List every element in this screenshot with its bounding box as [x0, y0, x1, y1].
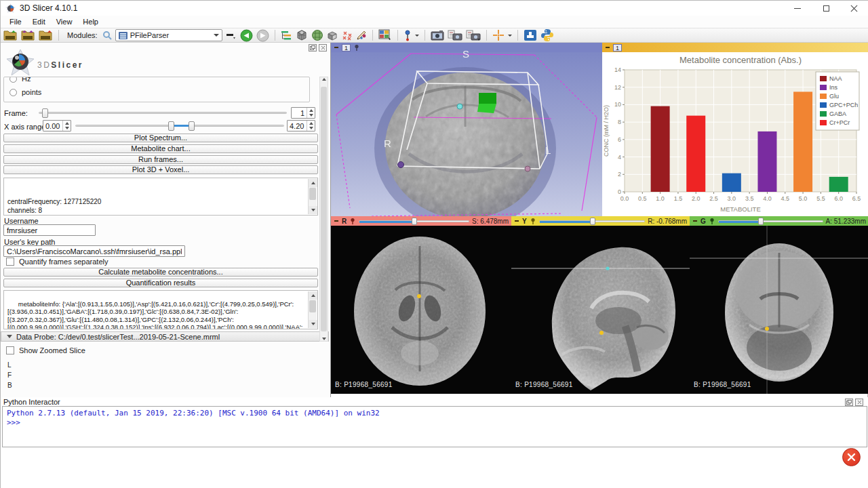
spin-down-icon[interactable]	[309, 114, 313, 117]
scroll-up-icon[interactable]	[311, 182, 315, 184]
scroll-down-icon[interactable]	[311, 323, 315, 325]
data-probe-header[interactable]: Data Probe: C:/dev/0.test/slicerTest...2…	[1, 331, 329, 342]
metabolite-chart-button[interactable]: Metabolite chart...	[3, 144, 318, 153]
xaxis-max-spinbox[interactable]: 4.20	[287, 120, 315, 131]
frame-spinbox[interactable]: 1	[291, 107, 315, 119]
slice-view-green[interactable]: G A: 51.233mm B:	[690, 216, 868, 394]
panel-close-icon[interactable]	[319, 44, 327, 52]
module-panel-scrollbar[interactable]	[319, 77, 328, 342]
close-button[interactable]	[840, 1, 868, 16]
collapse-controller-icon[interactable]	[334, 45, 339, 50]
menu-help[interactable]: Help	[78, 16, 103, 27]
spin-down-icon[interactable]	[65, 127, 69, 129]
python-console-button[interactable]	[540, 28, 554, 42]
plot-3d-voxel-button[interactable]: Plot 3D + Voxel...	[3, 165, 318, 174]
xaxis-min-spinbox[interactable]: 0.00	[43, 120, 71, 131]
green-slice-slider-handle[interactable]	[758, 218, 764, 225]
red-slice-slider[interactable]	[359, 220, 469, 222]
textarea-scrollbar[interactable]	[308, 179, 317, 214]
spin-up-icon[interactable]	[309, 109, 313, 112]
pushpin-icon[interactable]	[530, 218, 536, 224]
models-module-button[interactable]	[311, 28, 323, 42]
run-frames-button[interactable]: Run frames...	[3, 155, 318, 164]
scroll-down-icon[interactable]	[311, 209, 315, 211]
scene-view-restore-button[interactable]	[466, 28, 481, 42]
scroll-down-icon[interactable]	[322, 338, 326, 340]
threed-view[interactable]: 1	[331, 43, 602, 216]
spin-up-icon[interactable]	[65, 122, 69, 125]
scroll-thumb[interactable]	[309, 300, 316, 312]
panel-float-icon[interactable]	[309, 44, 317, 52]
keypath-input[interactable]	[3, 245, 185, 257]
module-history-button[interactable]	[226, 28, 237, 42]
pushpin-icon[interactable]	[353, 44, 360, 51]
extensions-manager-button[interactable]	[524, 28, 537, 42]
annotations-module-button[interactable]	[356, 28, 367, 42]
yellow-slice-slider[interactable]	[539, 220, 646, 222]
pushpin-icon[interactable]	[709, 218, 715, 224]
panel-close-icon[interactable]	[855, 399, 863, 406]
chart-view[interactable]: 1 0.00.51.01.52.02.53.03.54.04.55.05.56.…	[602, 43, 868, 216]
slice-view-red[interactable]: R S: 6.478mm B: P19968	[331, 216, 511, 394]
markups-module-button[interactable]	[341, 28, 353, 42]
crosshair-caret[interactable]	[508, 35, 512, 37]
scroll-up-icon[interactable]	[322, 78, 326, 81]
metabolite-info-textarea[interactable]: metaboliteInfo: {'Ala':[(0.913,1.55,0.10…	[3, 290, 318, 329]
panel-float-icon[interactable]	[845, 399, 853, 406]
xaxis-range-slider[interactable]	[75, 125, 284, 127]
header-info-textarea[interactable]: centralFrequency: 1277125220 channels: 8…	[3, 178, 318, 216]
quantify-frames-checkbox[interactable]	[6, 258, 14, 266]
close-python-button[interactable]	[842, 448, 861, 466]
module-forward-button[interactable]	[256, 28, 269, 42]
data-module-button[interactable]	[281, 28, 292, 42]
screenshot-button[interactable]	[431, 28, 444, 42]
frame-slider[interactable]	[39, 112, 287, 114]
save-button[interactable]	[39, 28, 53, 42]
scene-view-capture-button[interactable]	[448, 28, 462, 42]
volumes-module-button[interactable]	[296, 28, 308, 42]
green-slice-slider[interactable]	[718, 220, 823, 222]
maximize-button[interactable]	[812, 1, 840, 16]
radio-hz[interactable]	[9, 77, 17, 83]
coronal-slice-image[interactable]	[690, 226, 868, 394]
mouse-place-button[interactable]	[403, 28, 412, 42]
crosshair-button[interactable]	[492, 28, 505, 42]
threed-render[interactable]	[331, 52, 602, 216]
xaxis-range-handle-low[interactable]	[168, 121, 174, 131]
quantification-results-button[interactable]: Quantification results	[3, 279, 318, 287]
frame-slider-handle[interactable]	[42, 108, 48, 118]
radio-points[interactable]	[9, 89, 17, 96]
module-search-icon[interactable]	[102, 28, 112, 42]
collapse-controller-icon[interactable]	[605, 45, 610, 50]
plot-spectrum-button[interactable]: Plot Spectrum...	[3, 134, 318, 142]
xaxis-range-handle-high[interactable]	[189, 121, 195, 131]
yellow-slice-slider-handle[interactable]	[590, 218, 595, 225]
spin-up-icon[interactable]	[309, 122, 313, 125]
show-zoomed-slice-checkbox[interactable]	[6, 346, 14, 354]
red-slice-slider-handle[interactable]	[412, 218, 417, 225]
module-back-button[interactable]	[240, 28, 253, 42]
spin-down-icon[interactable]	[309, 127, 313, 129]
sagittal-slice-image[interactable]	[511, 226, 690, 394]
scroll-thumb[interactable]	[321, 87, 327, 331]
collapse-controller-icon[interactable]	[334, 218, 339, 224]
username-input[interactable]	[3, 224, 96, 236]
textarea-scrollbar[interactable]	[308, 291, 317, 328]
transforms-module-button[interactable]	[327, 28, 338, 42]
load-data-button[interactable]	[3, 28, 18, 42]
slice-view-yellow[interactable]: Y R: -0.768mm	[511, 216, 690, 394]
pushpin-icon[interactable]	[349, 218, 356, 224]
module-selector-combobox[interactable]: PFileParser	[115, 29, 222, 41]
collapse-controller-icon[interactable]	[514, 218, 519, 224]
menu-file[interactable]: File	[5, 16, 26, 27]
scroll-up-icon[interactable]	[311, 294, 315, 297]
layout-selector-button[interactable]	[378, 28, 392, 42]
menu-view[interactable]: View	[52, 16, 77, 27]
axial-slice-image[interactable]	[331, 226, 511, 394]
menu-edit[interactable]: Edit	[28, 16, 50, 27]
calculate-concentrations-button[interactable]: Calculate metabolite concentrations...	[3, 268, 318, 277]
collapse-controller-icon[interactable]	[692, 218, 698, 224]
minimize-button[interactable]	[783, 1, 812, 16]
python-console[interactable]: Python 2.7.13 (default, Jan 15 2019, 22:…	[2, 406, 867, 447]
scroll-thumb[interactable]	[309, 188, 316, 200]
